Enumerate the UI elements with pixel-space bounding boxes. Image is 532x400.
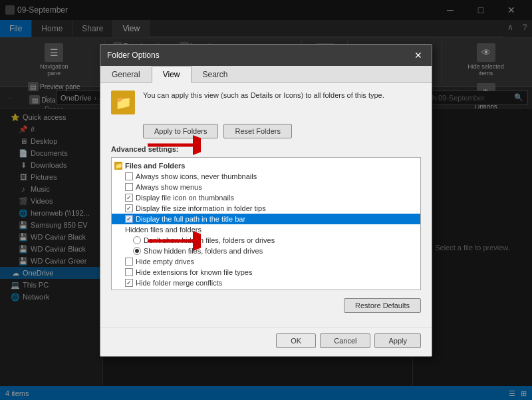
hide-merge-label: Hide folder merge conflicts — [136, 279, 222, 287]
modal-close-button[interactable]: ✕ — [412, 49, 425, 62]
always-icons-label: Always show icons, never thumbnails — [136, 172, 257, 180]
file-size-label: Display file size information in folder … — [136, 204, 266, 212]
settings-file-icon[interactable]: ✓ Display file icon on thumbnails — [112, 192, 420, 203]
show-hidden-radio[interactable] — [133, 247, 141, 255]
folder-icon-preview: 📁 — [111, 91, 135, 114]
always-icons-checkbox[interactable] — [125, 172, 133, 180]
show-hidden-label: Show hidden files, folders and drives — [144, 247, 263, 255]
apply-to-folders-btn[interactable]: Apply to Folders — [143, 124, 218, 138]
tab-general[interactable]: General — [100, 66, 152, 83]
settings-full-path[interactable]: ✓ Display the full path in the title bar — [112, 214, 420, 224]
modal-tabs: General View Search — [100, 66, 432, 83]
folder-views-text: You can apply this view (such as Details… — [143, 91, 421, 100]
advanced-settings-label: Advanced settings: — [111, 145, 421, 153]
tab-view[interactable]: View — [152, 66, 192, 83]
settings-dont-show-hidden[interactable]: Don't show hidden files, folders or driv… — [112, 235, 420, 246]
dont-show-label: Don't show hidden files, folders or driv… — [144, 236, 275, 244]
hide-empty-label: Hide empty drives — [136, 258, 194, 266]
files-folders-label: Files and Folders — [125, 162, 185, 170]
apply-button[interactable]: Apply — [374, 333, 421, 348]
settings-files-folders: 📁 Files and Folders — [112, 160, 420, 171]
hide-extensions-label: Hide extensions for known file types — [136, 268, 252, 276]
settings-hide-extensions[interactable]: Hide extensions for known file types — [112, 267, 420, 278]
modal-overlay: Folder Options ✕ General View Search 📁 Y… — [0, 0, 532, 400]
settings-file-size[interactable]: ✓ Display file size information in folde… — [112, 203, 420, 214]
tab-search[interactable]: Search — [192, 66, 239, 83]
dont-show-radio[interactable] — [133, 236, 141, 244]
folder-options-modal: Folder Options ✕ General View Search 📁 Y… — [100, 44, 432, 357]
modal-body: 📁 You can apply this view (such as Detai… — [100, 83, 432, 327]
modal-title-bar: Folder Options ✕ — [100, 45, 432, 66]
files-folders-icon: 📁 — [114, 162, 122, 170]
settings-hide-empty[interactable]: Hide empty drives — [112, 256, 420, 267]
settings-show-hidden[interactable]: Show hidden files, folders and drives — [112, 246, 420, 256]
file-icon-label: Display file icon on thumbnails — [136, 194, 234, 202]
full-path-checkbox[interactable]: ✓ — [125, 215, 133, 223]
always-menus-checkbox[interactable] — [125, 183, 133, 191]
hide-empty-checkbox[interactable] — [125, 258, 133, 266]
modal-footer: OK Cancel Apply — [100, 327, 432, 356]
full-path-label: Display the full path in the title bar — [136, 215, 245, 223]
settings-always-menus[interactable]: Always show menus — [112, 182, 420, 192]
folder-views-buttons: Apply to Folders Reset Folders — [143, 124, 421, 138]
settings-hidden-files-section: Hidden files and folders — [112, 224, 420, 235]
restore-defaults-btn[interactable]: Restore Defaults — [344, 298, 421, 313]
reset-folders-btn[interactable]: Reset Folders — [223, 124, 291, 138]
restore-btn-row: Restore Defaults — [111, 298, 421, 313]
file-size-checkbox[interactable]: ✓ — [125, 204, 133, 212]
settings-always-icons[interactable]: Always show icons, never thumbnails — [112, 171, 420, 182]
settings-list[interactable]: 📁 Files and Folders Always show icons, n… — [111, 157, 421, 290]
always-menus-label: Always show menus — [136, 183, 202, 191]
folder-views-section: 📁 You can apply this view (such as Detai… — [111, 91, 421, 114]
file-icon-checkbox[interactable]: ✓ — [125, 194, 133, 202]
cancel-button[interactable]: Cancel — [320, 333, 370, 348]
hidden-files-label: Hidden files and folders — [125, 226, 201, 234]
hide-merge-checkbox[interactable]: ✓ — [125, 279, 133, 287]
ok-button[interactable]: OK — [276, 333, 316, 348]
settings-hide-merge[interactable]: ✓ Hide folder merge conflicts — [112, 278, 420, 288]
hide-extensions-checkbox[interactable] — [125, 268, 133, 276]
modal-title: Folder Options — [107, 51, 160, 60]
